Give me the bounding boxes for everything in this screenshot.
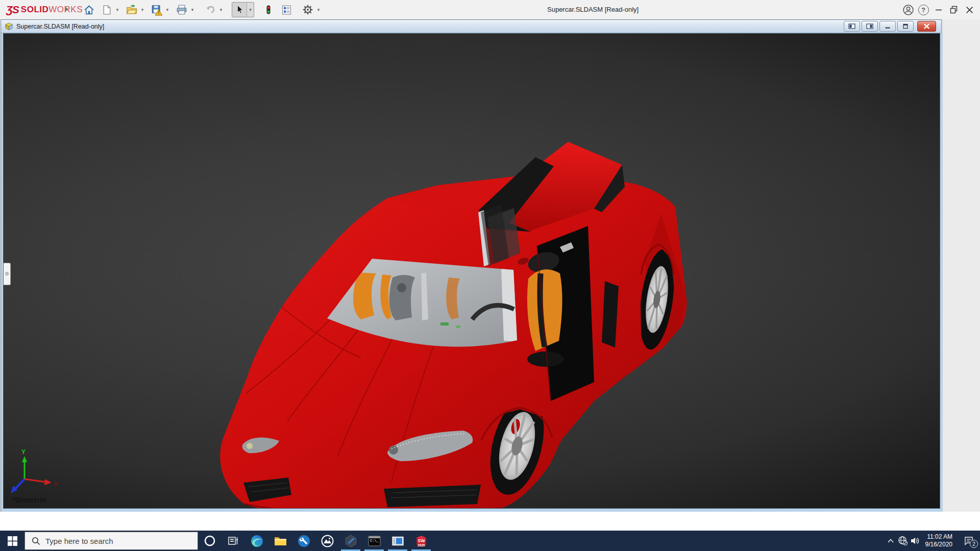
app-title-bar: ƷS SOLID WORKS ▾ ▾ (0, 0, 980, 19)
supercar-3d-model[interactable]: Y x (4, 34, 940, 508)
restore-icon (949, 5, 959, 14)
undo-icon (204, 4, 216, 16)
traffic-light-icon (263, 4, 274, 15)
wrench-tool-button[interactable] (292, 531, 315, 551)
media-mountain-button[interactable] (315, 531, 339, 551)
start-button[interactable] (0, 531, 24, 551)
search-icon (32, 537, 40, 545)
document-window-controls (844, 21, 936, 32)
reference-triad: Y x (11, 448, 58, 493)
save-button[interactable] (150, 3, 164, 17)
sign-in-button[interactable] (900, 0, 916, 19)
document-window: Supercar.SLDASM [Read-only] (1, 19, 942, 512)
select-cursor-icon (234, 4, 245, 15)
blue-window-app-icon (391, 534, 405, 548)
print-icon (176, 4, 188, 16)
undo-button[interactable] (203, 3, 217, 17)
restore-button[interactable] (946, 0, 962, 19)
command-prompt-icon: C:\_ (368, 534, 381, 548)
triad-y-label: Y (21, 448, 26, 456)
doc-close-button[interactable] (917, 21, 936, 32)
file-explorer-button[interactable] (268, 531, 292, 551)
person-icon (902, 4, 914, 16)
edge-button[interactable] (245, 531, 268, 551)
open-dropdown[interactable]: ▾ (139, 3, 146, 17)
windows-logo-icon (8, 536, 17, 546)
command-prompt-button[interactable]: C:\_ (362, 531, 386, 551)
solidworks-logo-mark: ƷS (6, 4, 19, 16)
clock-date: 9/16/2020 (925, 541, 952, 548)
hexagon-app-icon (344, 534, 358, 548)
taskbar-clock[interactable]: 11:02 AM 9/16/2020 (925, 533, 952, 548)
open-button[interactable] (125, 3, 139, 17)
help-icon: ? (918, 5, 929, 15)
save-floppy-warning-icon (151, 4, 163, 16)
select-tool-dropdown[interactable]: ▾ (247, 3, 254, 17)
sw-letters: SW (418, 538, 425, 543)
taskbar-search[interactable] (24, 532, 198, 550)
save-dropdown[interactable]: ▾ (164, 3, 171, 17)
view-orientation-label: *Dimetric (12, 495, 47, 504)
app-window-title: Supercar.SLDASM [Read-only] (547, 6, 639, 13)
doc-pane-left-button[interactable] (844, 21, 860, 32)
app-window-controls: ? (900, 0, 977, 19)
network-button[interactable] (897, 531, 909, 551)
menu-flyout-arrow-icon[interactable] (65, 7, 68, 12)
doc-restore-button[interactable] (897, 21, 914, 32)
volume-button[interactable] (909, 531, 921, 551)
home-button[interactable] (82, 3, 96, 17)
edge-icon (250, 534, 264, 548)
task-view-button[interactable] (222, 531, 245, 551)
rebuild-button[interactable] (261, 3, 276, 17)
featuremanager-collapsed-tab[interactable] (4, 263, 11, 285)
seat-hole (397, 283, 406, 292)
graphics-viewport[interactable]: Y x *Dimetric (4, 34, 940, 508)
solidworks-2020-button[interactable]: SW 2020 (409, 531, 433, 551)
task-view-icon (227, 535, 239, 547)
gear-icon (302, 4, 314, 16)
triad-x-label: x (54, 480, 58, 487)
status-bar-strip (0, 512, 980, 531)
system-tray: 11:02 AM 9/16/2020 2 (885, 531, 980, 551)
solidworks-2020-icon: SW 2020 (414, 534, 428, 548)
undo-dropdown[interactable]: ▾ (217, 3, 225, 17)
cortana-button[interactable] (198, 531, 222, 551)
task-pane-strip (942, 19, 980, 512)
windows-taskbar: C:\_ SW 2020 (0, 531, 980, 551)
cmd-prompt-text: C:\_ (370, 539, 379, 543)
file-properties-button[interactable] (279, 3, 293, 17)
minimize-button[interactable] (931, 0, 946, 19)
headlight-lens (389, 445, 398, 455)
print-button[interactable] (175, 3, 189, 17)
hexagon-app-button[interactable] (339, 531, 362, 551)
wrench-icon (297, 534, 311, 548)
select-tool-button[interactable] (232, 3, 247, 17)
document-title-bar[interactable]: Supercar.SLDASM [Read-only] (1, 20, 941, 33)
media-mountain-icon (321, 534, 334, 548)
tray-chevron-button[interactable] (885, 531, 897, 551)
document-title: Supercar.SLDASM [Read-only] (16, 23, 104, 30)
doc-pane-right-button[interactable] (862, 21, 878, 32)
clock-time: 11:02 AM (925, 533, 952, 541)
network-globe-offline-icon (898, 536, 908, 546)
close-button[interactable] (962, 0, 977, 19)
doc-minimize-button[interactable] (879, 21, 896, 32)
solidworks-logo: ƷS SOLID WORKS (6, 4, 83, 16)
search-input[interactable] (45, 537, 198, 545)
print-dropdown[interactable]: ▾ (189, 3, 196, 17)
splitter-dot-icon (5, 272, 9, 276)
console-green-accent-2 (456, 325, 460, 328)
options-dropdown[interactable]: ▾ (315, 3, 322, 17)
pane-right-icon (866, 23, 873, 29)
blue-window-app-button[interactable] (386, 531, 409, 551)
help-button[interactable]: ? (916, 0, 931, 19)
action-center-button[interactable]: 2 (958, 531, 980, 551)
new-document-dropdown[interactable]: ▾ (114, 3, 121, 17)
file-explorer-icon (274, 534, 287, 548)
new-document-icon (101, 4, 113, 16)
main-toolbar: ▾ ▾ ▾ (82, 3, 322, 17)
new-document-button[interactable] (100, 3, 114, 17)
select-tool-group: ▾ (232, 2, 254, 17)
options-button[interactable] (301, 3, 315, 17)
notification-badge: 2 (970, 540, 978, 548)
